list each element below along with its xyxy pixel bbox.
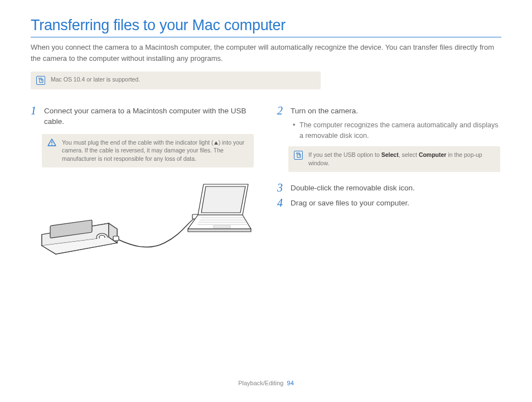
footer-page: 94 [287, 380, 294, 386]
step-3: 3 Double-click the removable disk icon. [277, 182, 501, 194]
step-num-2: 2 [277, 105, 285, 117]
left-column: 1 Connect your camera to a Macintosh com… [31, 105, 255, 265]
step-3-text: Double-click the removable disk icon. [291, 182, 415, 194]
step-2: 2 Turn on the camera. [277, 105, 501, 117]
camera-laptop-illustration [31, 179, 255, 265]
step-1: 1 Connect your camera to a Macintosh com… [31, 105, 255, 127]
top-note-text: Mac OS 10.4 or later is supported. [51, 76, 140, 83]
step-4: 4 Drag or save files to your computer. [277, 197, 501, 209]
step-1-text: Connect your camera to a Macintosh compu… [44, 105, 255, 127]
note-icon [36, 76, 45, 85]
page-title: Transferring files to your Mac computer [31, 17, 501, 37]
warning-icon [47, 138, 56, 146]
warning-text: You must plug the end of the cable with … [62, 138, 248, 163]
right-column: 2 Turn on the camera. The computer recog… [277, 105, 501, 265]
svg-rect-13 [214, 226, 230, 228]
intro-text: When you connect the camera to a Macinto… [31, 42, 501, 64]
svg-rect-7 [113, 236, 119, 241]
step-4-text: Drag or save files to your computer. [291, 197, 409, 209]
footer-section: Playback/Editing [238, 380, 283, 386]
svg-point-2 [51, 144, 52, 145]
step-2-bullet: The computer recognizes the camera autom… [293, 120, 501, 141]
warning-box: You must plug the end of the cable with … [42, 134, 254, 168]
step-num-3: 3 [277, 182, 285, 194]
step-2-text: Turn on the camera. [291, 105, 358, 117]
step-num-4: 4 [277, 197, 285, 209]
step-num-1: 1 [31, 105, 38, 127]
top-note: Mac OS 10.4 or later is supported. [31, 71, 321, 89]
page-footer: Playback/Editing 94 [0, 380, 532, 386]
step2-note: If you set the USB option to Select, sel… [288, 146, 500, 171]
step2-note-text: If you set the USB option to Select, sel… [308, 151, 495, 167]
note-icon [294, 151, 303, 160]
